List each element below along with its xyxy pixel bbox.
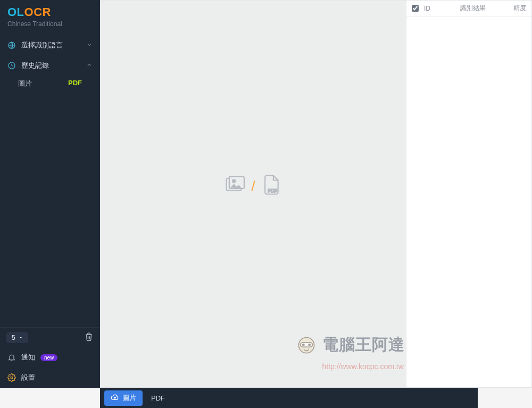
watermark-text: 電腦王阿達	[322, 336, 405, 353]
sidebar-item-settings[interactable]: 設置	[0, 368, 100, 388]
chevron-up-icon	[86, 62, 93, 70]
sidebar-item-notify[interactable]: 通知 new	[0, 347, 100, 368]
svg-point-9	[302, 344, 304, 346]
drop-hint: / PDF	[223, 174, 282, 198]
bottom-bar: 圖片 PDF	[100, 388, 478, 408]
results-panel: ID 識別結果 精度	[406, 0, 532, 388]
sidebar-item-history[interactable]: 歷史記錄	[0, 55, 100, 76]
sidebar-label-settings: 設置	[21, 373, 35, 382]
cloud-upload-icon	[111, 393, 119, 403]
svg-point-5	[232, 180, 235, 183]
svg-point-2	[11, 377, 13, 379]
drop-zone[interactable]: / PDF 電腦王阿達 http://www.kocpc.com.tw	[100, 0, 406, 388]
page-size-value: 5	[12, 334, 15, 341]
bell-icon	[7, 353, 16, 362]
watermark: 電腦王阿達 http://www.kocpc.com.tw	[293, 334, 405, 371]
upload-image-button[interactable]: 圖片	[104, 390, 143, 406]
svg-rect-8	[300, 342, 312, 347]
app-logo: OLOCR	[7, 5, 93, 19]
upload-image-label: 圖片	[122, 393, 136, 403]
pdf-file-icon: PDF	[261, 174, 283, 198]
slash-separator: /	[251, 178, 255, 194]
col-header-text: 識別結果	[445, 4, 501, 13]
sidebar-label-notify: 通知	[21, 353, 35, 362]
image-file-icon	[223, 174, 246, 198]
sidebar-label-select-language: 選擇識別語言	[21, 40, 63, 50]
caret-down-icon	[19, 336, 23, 340]
sidebar: OLOCR Chinese Traditional 選擇識別語言	[0, 0, 100, 388]
svg-point-10	[308, 344, 311, 346]
trash-icon[interactable]	[84, 332, 94, 343]
svg-text:PDF: PDF	[268, 188, 278, 193]
chevron-down-icon	[86, 42, 93, 50]
history-tab-image[interactable]: 圖片	[18, 79, 32, 88]
history-paging-row: 5	[0, 327, 100, 347]
gear-icon	[7, 373, 16, 382]
sidebar-item-select-language[interactable]: 選擇識別語言	[0, 35, 100, 55]
col-header-id: ID	[424, 5, 445, 12]
brand-block: OLOCR Chinese Traditional	[0, 0, 100, 32]
globe-icon	[7, 41, 16, 50]
upload-pdf-button[interactable]: PDF	[147, 394, 169, 402]
history-icon	[7, 61, 16, 70]
language-caption: Chinese Traditional	[7, 20, 93, 28]
history-tab-pdf[interactable]: PDF	[68, 79, 82, 88]
watermark-url: http://www.kocpc.com.tw	[322, 362, 404, 371]
history-tabs: 圖片 PDF	[0, 76, 100, 94]
select-all-checkbox[interactable]	[412, 5, 419, 12]
svg-point-7	[298, 338, 314, 353]
col-header-accuracy: 精度	[501, 4, 526, 13]
page-size-select[interactable]: 5	[6, 332, 28, 343]
notify-badge: new	[40, 354, 57, 361]
results-header: ID 識別結果 精度	[406, 1, 531, 17]
sidebar-label-history: 歷史記錄	[21, 61, 49, 70]
